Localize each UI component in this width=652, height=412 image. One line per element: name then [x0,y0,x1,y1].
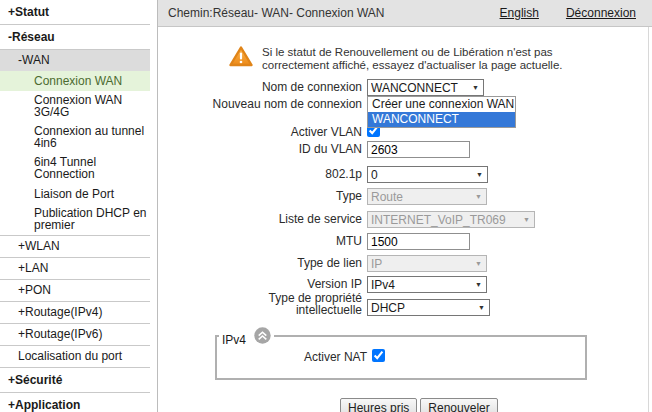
sidebar-item-publication-dhcp[interactable]: Publication DHCP en premier [0,204,150,236]
release-button[interactable]: Heures pris [340,398,417,412]
mtu-input[interactable] [367,233,470,250]
breadcrumb-bar: Chemin:Réseau- WAN- Connexion WAN Englis… [158,0,652,27]
enable-nat-label: Activer NAT [217,350,367,364]
sidebar-item-connexion-wan[interactable]: Connexion WAN [0,71,150,91]
sidebar-item-routage-ipv4[interactable]: +Routage(IPv4) [0,302,150,324]
chevron-down-icon: ▼ [478,304,485,311]
ipv4-legend-text: IPv4 [222,333,246,347]
dropdown-option-wanconnect[interactable]: WANCONNECT [368,112,515,127]
chevron-down-icon: ▼ [475,260,482,267]
ip-version-value: IPv4 [371,278,471,292]
priority-select[interactable]: 0 ▼ [367,166,488,183]
sidebar-item-statut[interactable]: +Statut [0,0,150,25]
link-type-value: IP [371,257,471,271]
action-buttons: Heures pris Renouveler [340,398,498,412]
breadcrumb: Chemin:Réseau- WAN- Connexion WAN [168,6,385,20]
ipv4-section: IPv4 Activer NAT [215,335,587,380]
sidebar-item-localisation-du-port[interactable]: Localisation du port [0,346,150,368]
connection-name-dropdown-list: Créer une connexion WAN WANCONNECT [367,96,516,128]
service-list-row: Liste de service INTERNET_VoIP_TR069 ▼ [158,211,535,228]
vlan-id-row: ID du VLAN [158,141,470,158]
service-list-select: INTERNET_VoIP_TR069 ▼ [367,211,535,228]
new-connection-name-label: Nouveau nom de connexion [158,98,362,111]
sidebar-item-tunnel-4in6[interactable]: Connexion au tunnel 4in6 [0,122,150,153]
ip-version-select[interactable]: IPv4 ▼ [367,276,487,293]
router-admin-page: +Statut -Réseau -WAN Connexion WAN Conne… [0,0,652,412]
priority-value: 0 [371,168,472,182]
ip-type-row: Type de propriété intellectuelle DHCP ▼ [158,292,490,316]
link-type-select: IP ▼ [367,255,487,272]
sidebar-item-pon[interactable]: +PON [0,280,150,302]
collapse-section-button[interactable] [254,327,271,347]
sidebar-item-wlan[interactable]: +WLAN [0,236,150,258]
link-type-label: Type de lien [158,257,362,270]
ip-type-select[interactable]: DHCP ▼ [367,299,490,316]
ip-type-label: Type de propriété intellectuelle [158,292,362,316]
sidebar-content-divider [157,0,158,412]
ip-type-value: DHCP [371,301,474,315]
connection-name-select[interactable]: WANCONNECT ▼ [367,79,484,96]
service-list-value: INTERNET_VoIP_TR069 [371,213,519,227]
warning-icon [229,46,253,70]
link-type-row: Type de lien IP ▼ [158,255,487,272]
sidebar-nav: +Statut -Réseau -WAN Connexion WAN Conne… [0,0,150,412]
ip-version-label: Version IP [158,278,362,291]
type-select: Route ▼ [367,188,487,205]
chevron-down-icon: ▼ [475,193,482,200]
priority-row: 802.1p 0 ▼ [158,166,488,183]
mtu-label: MTU [158,235,362,248]
connection-name-value: WANCONNECT [371,81,468,95]
connection-name-row: Nom de connexion WANCONNECT ▼ [158,79,484,96]
connection-name-label: Nom de connexion [158,81,362,94]
chevron-down-icon: ▼ [472,84,479,91]
chevron-down-icon: ▼ [475,281,482,288]
ipv4-legend: IPv4 [219,327,274,347]
sidebar-item-6in4-tunnel[interactable]: 6in4 Tunnel Connection [0,153,150,184]
enable-nat-checkbox[interactable] [372,349,385,362]
vlan-id-input[interactable] [367,141,470,158]
type-value: Route [371,190,471,204]
mtu-row: MTU [158,233,470,250]
sidebar-item-reseau[interactable]: -Réseau [0,25,150,50]
sidebar-item-securite[interactable]: +Sécurité [0,368,150,393]
warning-text: Si le statut de Renouvellement ou de Lib… [262,46,598,72]
sidebar-item-lan[interactable]: +LAN [0,258,150,280]
enable-vlan-row: Activer VLAN [158,124,380,140]
new-connection-name-row: Nouveau nom de connexion [158,98,362,111]
sidebar-item-wan[interactable]: -WAN [0,50,150,71]
renew-button[interactable]: Renouveler [420,398,497,412]
chevron-double-up-icon [254,327,271,344]
sidebar-item-routage-ipv6[interactable]: +Routage(IPv6) [0,324,150,346]
enable-vlan-label: Activer VLAN [158,126,362,139]
type-row: Type Route ▼ [158,188,487,205]
logout-link[interactable]: Déconnexion [566,6,636,20]
content-right-edge [648,27,649,412]
vlan-id-label: ID du VLAN [158,143,362,156]
dropdown-option-create-wan[interactable]: Créer une connexion WAN [368,97,515,112]
sidebar-item-liaison-de-port[interactable]: Liaison de Port [0,184,150,204]
chevron-down-icon: ▼ [476,171,483,178]
priority-label: 802.1p [158,168,362,181]
chevron-down-icon: ▼ [523,216,530,223]
sidebar-item-application[interactable]: +Application [0,393,150,412]
service-list-label: Liste de service [158,213,362,226]
type-label: Type [158,190,362,203]
language-link[interactable]: English [500,6,539,20]
sidebar-item-connexion-wan-3g4g[interactable]: Connexion WAN 3G/4G [0,91,150,122]
